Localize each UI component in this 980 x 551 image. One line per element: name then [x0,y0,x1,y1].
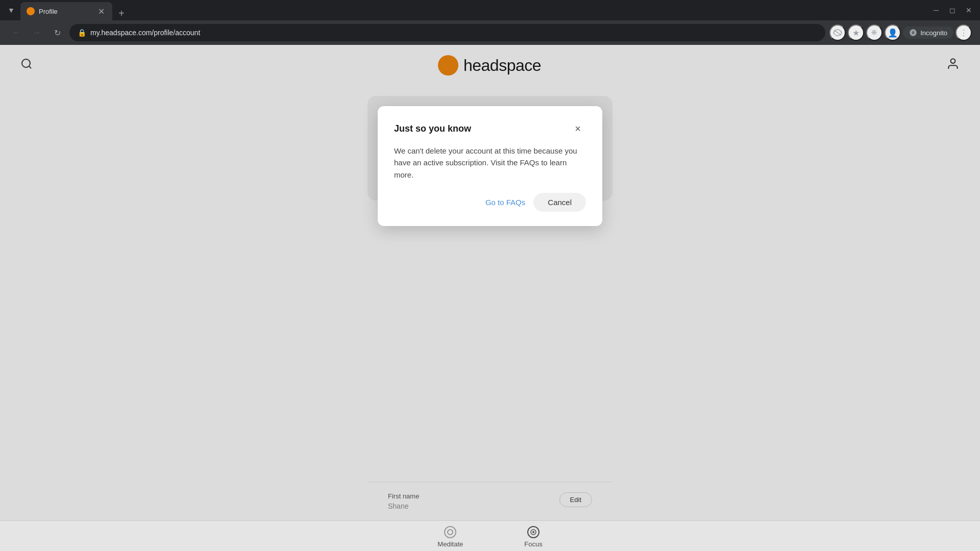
dialog-actions: Go to FAQs Cancel [394,193,586,212]
browser-chrome: ▼ Profile ✕ + ─ ◻ ✕ ← → ↻ 🔒 my.headspace… [0,0,980,45]
hide-icon[interactable] [829,24,846,41]
dialog: Just so you know × We can't delete your … [378,106,602,226]
go-to-faqs-button[interactable]: Go to FAQs [485,198,525,207]
tab-title: Profile [39,8,92,15]
new-tab-button[interactable]: + [114,6,129,20]
cancel-button[interactable]: Cancel [533,193,586,212]
dialog-title: Just so you know [394,123,471,134]
incognito-label: Incognito [920,29,947,37]
profile-icon-btn[interactable]: 👤 [885,24,901,41]
back-button[interactable]: ← [8,24,24,41]
dialog-body: We can't delete your account at this tim… [394,145,586,181]
url-text: my.headspace.com/profile/account [90,29,817,37]
page: headspace [0,45,980,551]
close-button[interactable]: ✕ [962,3,976,17]
tab-bar: ▼ Profile ✕ + ─ ◻ ✕ [0,0,980,20]
close-icon: × [575,123,581,135]
incognito-badge[interactable]: Incognito [903,27,953,39]
bookmark-button[interactable]: ★ [848,24,864,41]
address-right: ★ ⛯ 👤 Incognito ⋮ [829,24,972,41]
minimize-button[interactable]: ─ [929,3,943,17]
forward-button[interactable]: → [29,24,45,41]
tab-close-button[interactable]: ✕ [96,6,106,16]
lock-icon: 🔒 [78,29,86,37]
tab-favicon [27,7,35,15]
reload-button[interactable]: ↻ [49,24,65,41]
url-bar[interactable]: 🔒 my.headspace.com/profile/account [69,24,825,41]
maximize-button[interactable]: ◻ [945,3,960,17]
address-bar: ← → ↻ 🔒 my.headspace.com/profile/account… [0,20,980,45]
dialog-header: Just so you know × [394,120,586,137]
dialog-overlay: Just so you know × We can't delete your … [0,45,980,551]
extension-button[interactable]: ⛯ [866,24,883,41]
tab-group: Profile ✕ + [20,0,927,20]
menu-button[interactable]: ⋮ [955,24,972,41]
dialog-close-button[interactable]: × [570,120,586,137]
tab-list-button[interactable]: ▼ [4,3,18,17]
active-tab[interactable]: Profile ✕ [20,2,112,20]
